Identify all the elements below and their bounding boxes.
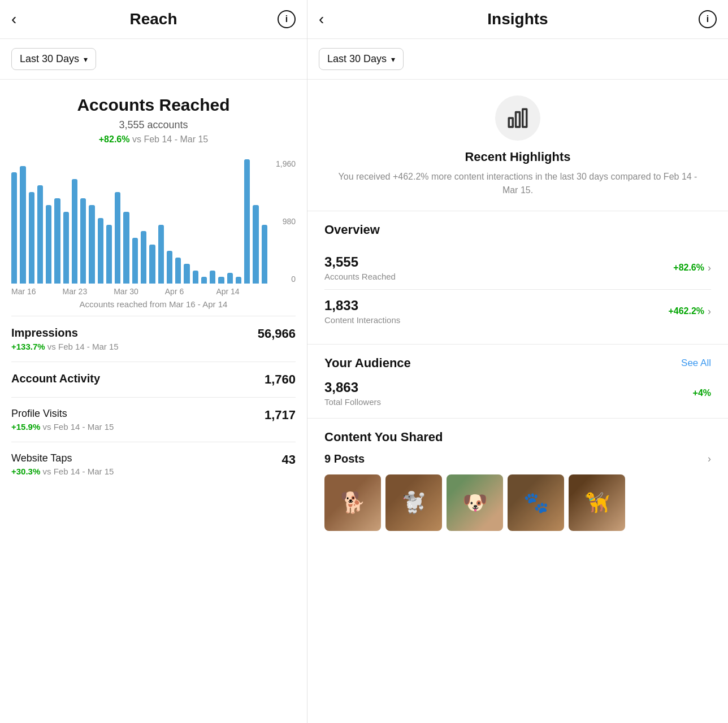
- chart-bar: [46, 205, 51, 284]
- website-taps-green: +30.3%: [11, 467, 40, 476]
- chart-bar: [115, 192, 120, 284]
- bar-chart-icon: [506, 106, 530, 130]
- account-activity-value: 1,760: [265, 372, 296, 387]
- overview-content-interactions[interactable]: 1,833 Content Interactions +462.2% ›: [324, 290, 711, 333]
- overview-accounts-reached[interactable]: 3,555 Accounts Reached +82.6% ›: [324, 246, 711, 290]
- followers-green-stat: +4%: [693, 388, 711, 398]
- thumbnail-5[interactable]: 🦮: [569, 474, 625, 531]
- right-header: ‹ Insights i: [307, 0, 728, 39]
- account-activity-row: Account Activity 1,760: [11, 362, 296, 397]
- right-chevron-down-icon: ▾: [391, 55, 395, 64]
- impressions-left: Impressions +133.7% vs Feb 14 - Mar 15: [11, 326, 119, 351]
- highlights-text: You received +462.2% more content intera…: [330, 170, 705, 197]
- posts-chevron-icon: ›: [708, 453, 711, 465]
- chart-bar: [132, 238, 138, 284]
- chart-bar: [29, 192, 34, 284]
- chart-bar: [167, 251, 172, 284]
- right-date-label: Last 30 Days: [327, 53, 387, 65]
- impressions-green: +133.7%: [11, 342, 45, 351]
- left-back-button[interactable]: ‹: [11, 10, 16, 28]
- chart-bar: [54, 198, 60, 284]
- overview-ar-right: +82.6% ›: [673, 262, 711, 274]
- chart-bar: [253, 205, 258, 284]
- right-title: Insights: [487, 10, 548, 28]
- x-label-3: Apr 6: [165, 287, 216, 296]
- thumb-1-icon: 🐕: [324, 474, 381, 531]
- right-panel: ‹ Insights i Last 30 Days ▾ Recent Highl…: [307, 0, 728, 723]
- chart-bar: [141, 231, 146, 284]
- impressions-value: 56,966: [258, 326, 296, 341]
- left-date-dropdown[interactable]: Last 30 Days ▾: [11, 48, 96, 70]
- right-date-dropdown[interactable]: Last 30 Days ▾: [319, 48, 404, 70]
- metrics-section: Impressions +133.7% vs Feb 14 - Mar 15 5…: [0, 316, 307, 486]
- chart-bar: [37, 185, 43, 284]
- impressions-row: Impressions +133.7% vs Feb 14 - Mar 15 5…: [11, 316, 296, 362]
- chart-bar: [193, 271, 198, 284]
- chevron-right-icon: ›: [708, 262, 711, 274]
- svg-rect-2: [523, 109, 527, 127]
- bars-wrapper: [11, 159, 296, 284]
- highlights-section: Recent Highlights You received +462.2% m…: [307, 80, 728, 211]
- profile-visits-sub: +15.9% vs Feb 14 - Mar 15: [11, 422, 114, 432]
- x-label-0: Mar 16: [11, 287, 63, 296]
- chart-x-labels: Mar 16Mar 23Mar 30Apr 6Apr 14: [11, 284, 296, 299]
- y-label-low: 0: [291, 275, 296, 284]
- y-label-high: 1,960: [276, 159, 296, 168]
- highlights-icon-circle: [495, 95, 540, 141]
- posts-label: 9 Posts: [324, 452, 365, 465]
- highlights-title: Recent Highlights: [465, 150, 570, 164]
- left-date-label: Last 30 Days: [20, 53, 79, 65]
- thumb-4-icon: 🐾: [508, 474, 564, 531]
- overview-ci-right: +462.2% ›: [668, 306, 711, 317]
- profile-visits-row: Profile Visits +15.9% vs Feb 14 - Mar 15…: [11, 397, 296, 442]
- thumbnail-3[interactable]: 🐶: [447, 474, 503, 531]
- followers-number: 3,863: [324, 380, 381, 395]
- left-info-button[interactable]: i: [278, 10, 296, 28]
- overview-ci-number: 1,833: [324, 298, 400, 313]
- overview-section: Overview 3,555 Accounts Reached +82.6% ›…: [307, 211, 728, 345]
- accounts-vs-text: +82.6% vs Feb 14 - Mar 15: [11, 134, 296, 145]
- profile-visits-title: Profile Visits: [11, 408, 114, 420]
- posts-row[interactable]: 9 Posts ›: [324, 452, 711, 465]
- audience-title: Your Audience: [324, 356, 411, 371]
- svg-rect-1: [516, 112, 520, 127]
- accounts-reached-title: Accounts Reached: [11, 95, 296, 115]
- right-info-button[interactable]: i: [699, 10, 717, 28]
- chart-area: 1,960 980 0: [11, 159, 296, 284]
- account-activity-title: Account Activity: [11, 372, 100, 385]
- website-taps-title: Website Taps: [11, 452, 114, 464]
- chart-bar: [218, 277, 224, 284]
- content-title: Content You Shared: [324, 430, 711, 445]
- overview-ci-label: Content Interactions: [324, 315, 400, 325]
- overview-ci-left: 1,833 Content Interactions: [324, 298, 400, 325]
- overview-ar-number: 3,555: [324, 254, 396, 270]
- thumbnail-1[interactable]: 🐕: [324, 474, 381, 531]
- see-all-button[interactable]: See All: [681, 358, 711, 369]
- x-label-1: Mar 23: [63, 287, 114, 296]
- followers-label: Total Followers: [324, 397, 381, 407]
- chart-bar: [98, 218, 103, 284]
- chart-bar: [158, 225, 164, 284]
- account-activity-left: Account Activity: [11, 372, 100, 385]
- y-label-mid: 980: [283, 217, 296, 226]
- audience-header: Your Audience See All: [324, 356, 711, 371]
- content-section: Content You Shared 9 Posts › 🐕 🐩 🐶 🐾 🦮: [307, 419, 728, 542]
- chart-bar: [210, 271, 215, 284]
- chart-bar: [123, 212, 129, 284]
- accounts-green-stat: +82.6%: [99, 134, 130, 144]
- chart-bar: [11, 172, 17, 284]
- chart-bar: [201, 277, 207, 284]
- thumb-2-icon: 🐩: [385, 474, 442, 531]
- thumbnail-2[interactable]: 🐩: [385, 474, 442, 531]
- chart-bar: [175, 258, 181, 284]
- overview-title: Overview: [324, 223, 711, 237]
- chart-bar: [262, 225, 267, 284]
- overview-ar-stat: +82.6%: [673, 263, 704, 273]
- thumbnail-4[interactable]: 🐾: [508, 474, 564, 531]
- profile-visits-green: +15.9%: [11, 422, 40, 432]
- accounts-reached-section: Accounts Reached 3,555 accounts +82.6% v…: [0, 80, 307, 154]
- overview-ci-chevron-icon: ›: [708, 306, 711, 317]
- x-label-4: Apr 14: [216, 287, 267, 296]
- chart-bar: [184, 264, 189, 284]
- right-back-button[interactable]: ‹: [319, 10, 324, 28]
